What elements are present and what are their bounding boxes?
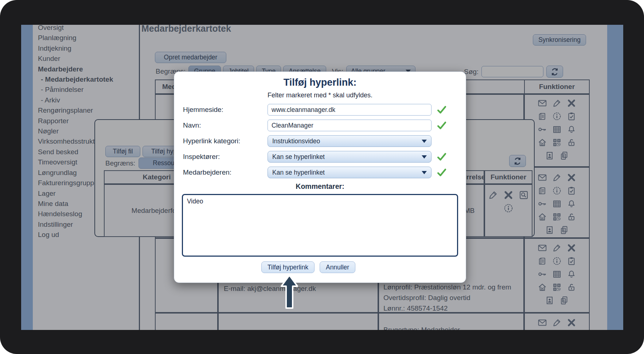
field-label: Inspektører:	[174, 153, 268, 161]
comments-textarea[interactable]: Video	[182, 194, 458, 257]
modal-form-row: Hjemmeside:	[174, 104, 466, 116]
valid-check-icon	[437, 167, 447, 178]
modal-field-select[interactable]: Kan se hyperlinket	[268, 151, 432, 163]
modal-field-input[interactable]	[268, 104, 432, 116]
modal-field-input[interactable]	[268, 120, 432, 131]
comments-label: Kommentarer:	[174, 182, 466, 191]
chevron-down-icon	[422, 140, 427, 143]
modal-buttons: Tilføj hyperlink Annuller	[163, 261, 454, 273]
modal-field-select[interactable]: Instruktionsvideo	[268, 135, 432, 147]
field-label: Hyperlink kategori:	[174, 137, 268, 145]
modal-form-row: Hyperlink kategori:Instruktionsvideo	[174, 135, 466, 147]
chevron-down-icon	[422, 155, 427, 159]
modal-form: Hjemmeside:Navn:Hyperlink kategori:Instr…	[174, 104, 466, 178]
valid-check-icon	[437, 152, 447, 162]
select-value: Instruktionsvideo	[272, 137, 320, 145]
cancel-button[interactable]: Annuller	[320, 261, 355, 273]
field-label: Navn:	[174, 121, 268, 129]
field-label: Hjemmeside:	[174, 106, 268, 114]
pointer-arrow-icon	[279, 273, 300, 310]
modal-field-select[interactable]: Kan se hyperlinket	[268, 167, 432, 178]
valid-check-icon	[437, 120, 447, 131]
chevron-down-icon	[422, 171, 427, 174]
app-screen: OversigtPlanlægningIndtjekningKunderMeda…	[21, 25, 623, 330]
select-value: Kan se hyperlinket	[272, 169, 325, 176]
modal-subtitle: Felter markeret med * skal udfyldes.	[174, 92, 466, 99]
field-label: Medarbejderen:	[174, 168, 268, 176]
modal-form-row: Inspektører:Kan se hyperlinket	[174, 151, 466, 163]
select-value: Kan se hyperlinket	[272, 153, 325, 161]
modal-title: Tilføj hyperlink:	[174, 77, 466, 88]
submit-hyperlink-button[interactable]: Tilføj hyperlink	[261, 261, 315, 273]
device-frame: OversigtPlanlægningIndtjekningKunderMeda…	[0, 0, 644, 354]
modal-form-row: Navn:	[174, 120, 466, 131]
add-hyperlink-modal: Tilføj hyperlink: Felter markeret med * …	[174, 71, 466, 283]
modal-form-row: Medarbejderen:Kan se hyperlinket	[174, 167, 466, 178]
valid-check-icon	[437, 105, 447, 115]
